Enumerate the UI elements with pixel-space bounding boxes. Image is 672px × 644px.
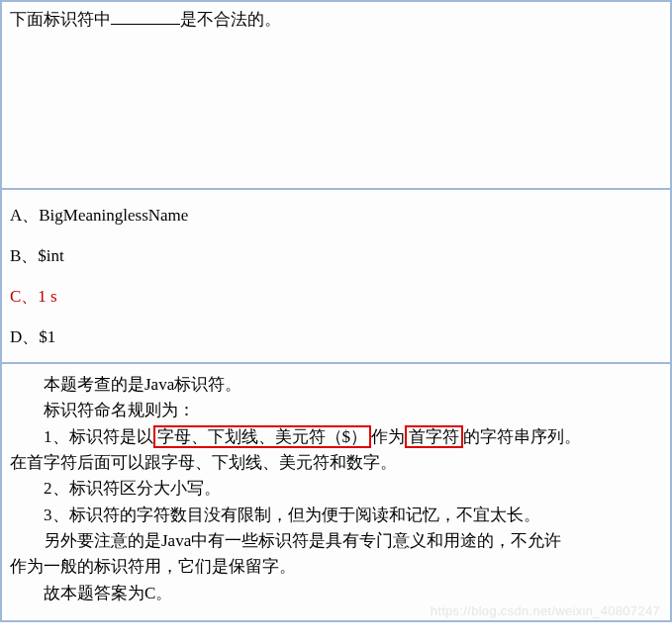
explanation-line-6-cont: 作为一般的标识符用，它们是保留字。 bbox=[10, 554, 662, 580]
options-section: A、BigMeaninglessName B、$int C、1 s D、$1 bbox=[0, 188, 672, 362]
option-b: B、$int bbox=[10, 244, 662, 267]
highlight-first-chars: 字母、下划线、美元符（$） bbox=[153, 425, 372, 448]
explanation-line-2: 标识符命名规则为： bbox=[10, 398, 662, 423]
blank-line bbox=[111, 8, 180, 25]
option-c: C、1 s bbox=[10, 285, 662, 308]
option-d: D、$1 bbox=[10, 325, 662, 348]
explanation-line-6: 另外要注意的是Java中有一些标识符是具有专门意义和用途的，不允许 bbox=[10, 528, 662, 554]
explanation-line-4: 2、标识符区分大小写。 bbox=[10, 476, 662, 502]
question-prefix: 下面标识符中 bbox=[10, 10, 111, 29]
explanation-line-1: 本题考查的是Java标识符。 bbox=[10, 372, 662, 398]
highlight-first-char-word: 首字符 bbox=[405, 425, 463, 448]
explanation-line-3: 1、标识符是以字母、下划线、美元符（$）作为首字符的字符串序列。 bbox=[10, 424, 662, 450]
explanation-section: 本题考查的是Java标识符。 标识符命名规则为： 1、标识符是以字母、下划线、美… bbox=[0, 362, 672, 622]
question-suffix: 是不合法的。 bbox=[180, 10, 281, 29]
explanation-line-5: 3、标识符的字符数目没有限制，但为便于阅读和记忆，不宜太长。 bbox=[10, 503, 662, 528]
watermark: https://blog.csdn.net/weixin_40807247 bbox=[431, 601, 660, 621]
explanation-line-3-cont: 在首字符后面可以跟字母、下划线、美元符和数字。 bbox=[10, 450, 662, 476]
question-section: 下面标识符中是不合法的。 bbox=[0, 0, 672, 188]
option-a: A、BigMeaninglessName bbox=[10, 204, 662, 227]
